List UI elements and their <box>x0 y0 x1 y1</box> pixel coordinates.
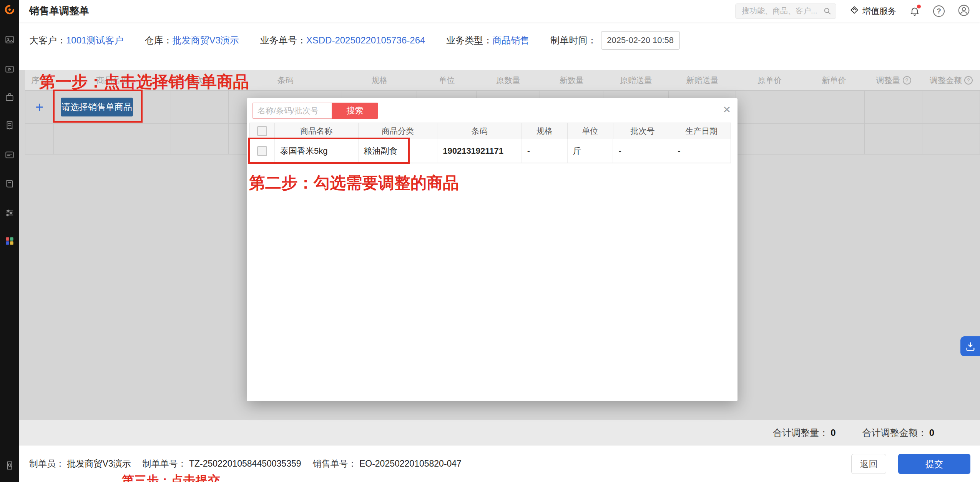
total-amount-value: 0 <box>929 427 934 438</box>
select-all-checkbox[interactable] <box>257 126 267 136</box>
business-no-field: 业务单号： XSDD-20250220105736-264 <box>260 34 425 47</box>
cell-batch: - <box>613 139 672 163</box>
global-search-input[interactable] <box>735 3 836 19</box>
col-spec: 规格 <box>342 70 417 90</box>
col-new-qty: 新数量 <box>540 70 603 90</box>
global-search <box>735 3 836 19</box>
media-icon[interactable] <box>4 64 15 74</box>
create-time-field: 制单时间： <box>550 31 680 50</box>
order-info-bar: 大客户： 1001测试客户 仓库： 批发商贸V3演示 业务单号： XSDD-20… <box>19 23 980 58</box>
customer-field: 大客户： 1001测试客户 <box>29 34 123 47</box>
mcol-batch: 批次号 <box>613 123 673 139</box>
adjust-order-no-field: 制单单号： TZ-25022010584450035359 <box>143 458 301 470</box>
notification-dot <box>917 5 921 8</box>
sliders-icon[interactable] <box>4 208 15 218</box>
customer-link[interactable]: 1001测试客户 <box>66 34 123 47</box>
modal-search-button[interactable]: 搜索 <box>332 103 378 119</box>
maker-value: 批发商贸V3演示 <box>67 459 131 469</box>
annotation-step1: 第一步：点击选择销售单商品 <box>39 71 249 93</box>
account-avatar-icon[interactable] <box>958 4 970 18</box>
business-type-label: 业务类型： <box>446 34 492 47</box>
col-new-price: 新单价 <box>803 70 865 90</box>
app-logo[interactable] <box>0 0 19 19</box>
card-list-icon[interactable] <box>4 150 15 160</box>
page-title: 销售单调整单 <box>29 4 89 18</box>
total-adjust-qty: 合计调整量： 0 <box>773 427 835 439</box>
warehouse-label: 仓库： <box>145 34 172 47</box>
table-cell-empty <box>803 124 865 154</box>
annotation-box-step2 <box>248 138 410 164</box>
mcol-product-name: 商品名称 <box>275 123 359 139</box>
search-icon[interactable] <box>823 7 832 17</box>
totals-bar: 合计调整量： 0 合计调整金额： 0 <box>19 420 980 445</box>
doc-search-icon[interactable] <box>4 460 15 470</box>
annotation-step3-clipped: 第三步：点击提交 <box>122 472 220 482</box>
sales-adjustment-page: 销售单调整单 增值服务 ? 大客户： 1001测试客户 仓库： 批 <box>0 0 980 482</box>
business-no-link[interactable]: XSDD-20250220105736-264 <box>306 35 425 46</box>
customer-label: 大客户： <box>29 34 66 47</box>
tag-icon <box>849 5 859 17</box>
annotation-step2: 第二步：勾选需要调整的商品 <box>249 172 459 194</box>
sales-order-no-label: 销售单号： <box>313 459 357 469</box>
table-cell-empty <box>922 124 980 154</box>
modal-table-header: 商品名称 商品分类 条码 规格 单位 批次号 生产日期 <box>250 123 731 139</box>
table-cell-empty <box>171 91 229 123</box>
annotation-box-step1 <box>53 90 143 123</box>
adjust-order-no-value: TZ-25022010584450035359 <box>189 459 301 469</box>
back-button[interactable]: 返回 <box>851 454 886 474</box>
modal-search-input[interactable] <box>252 103 332 119</box>
business-type-link[interactable]: 商品销售 <box>492 34 529 47</box>
total-adjust-amount: 合计调整金额： 0 <box>862 427 934 439</box>
ledger-icon[interactable] <box>4 178 15 189</box>
help-circle-icon[interactable]: ? <box>964 76 973 85</box>
topbar: 销售单调整单 增值服务 ? <box>19 0 980 22</box>
gallery-icon[interactable] <box>4 34 15 45</box>
cell-spec: - <box>522 139 568 163</box>
table-cell-empty <box>736 91 803 123</box>
adjust-order-no-label: 制单单号： <box>143 459 187 469</box>
col-orig-qty: 原数量 <box>477 70 540 90</box>
briefcase-icon[interactable] <box>4 92 15 102</box>
total-qty-value: 0 <box>831 427 835 438</box>
cell-barcode: 1902131921171 <box>437 139 522 163</box>
table-cell-empty <box>865 91 922 123</box>
product-picker-modal: × 搜索 商品名称 商品分类 条码 规格 单位 批次号 生产日期 泰国香米5kg… <box>247 98 737 401</box>
create-time-input[interactable] <box>601 31 680 50</box>
modal-search: 搜索 <box>252 103 378 119</box>
apps-grid-icon[interactable] <box>4 236 15 246</box>
col-unit: 单位 <box>417 70 477 90</box>
warehouse-link[interactable]: 批发商贸V3演示 <box>172 34 239 47</box>
table-cell-empty <box>865 124 922 154</box>
notifications-bell[interactable] <box>909 6 920 17</box>
add-row-button[interactable]: + <box>35 100 43 114</box>
mcol-unit: 单位 <box>568 123 613 139</box>
warehouse-field: 仓库： 批发商贸V3演示 <box>145 34 239 47</box>
col-adjust-qty: 调整量? <box>865 70 922 90</box>
total-qty-label: 合计调整量： <box>773 427 828 439</box>
total-amount-label: 合计调整金额： <box>862 427 927 439</box>
business-type-field: 业务类型： 商品销售 <box>446 34 529 47</box>
col-new-gift-qty: 新赠送量 <box>669 70 736 90</box>
sales-order-no-value: EO-20250220105820-047 <box>359 459 462 469</box>
receipt-icon[interactable] <box>4 120 15 130</box>
col-orig-price: 原单价 <box>736 70 803 90</box>
table-cell-empty <box>803 91 865 123</box>
submit-button[interactable]: 提交 <box>898 454 970 474</box>
maker-label: 制单员： <box>29 459 65 469</box>
export-download-button[interactable] <box>960 336 980 356</box>
sales-order-no-field: 销售单号： EO-20250220105820-047 <box>313 458 462 470</box>
help-circle-icon[interactable]: ? <box>903 76 911 85</box>
sidebar <box>0 0 19 482</box>
vas-label: 增值服务 <box>862 5 896 17</box>
create-time-label: 制单时间： <box>550 34 596 47</box>
cell-unit: 斤 <box>568 139 613 163</box>
close-icon[interactable]: × <box>723 103 731 116</box>
col-orig-gift-qty: 原赠送量 <box>603 70 669 90</box>
help-icon[interactable]: ? <box>933 5 945 17</box>
value-added-services[interactable]: 增值服务 <box>849 5 896 17</box>
table-cell-empty <box>736 124 803 154</box>
mcol-spec: 规格 <box>522 123 568 139</box>
table-cell-empty <box>922 91 980 123</box>
maker-field: 制单员： 批发商贸V3演示 <box>29 458 131 470</box>
mcol-barcode: 条码 <box>437 123 522 139</box>
